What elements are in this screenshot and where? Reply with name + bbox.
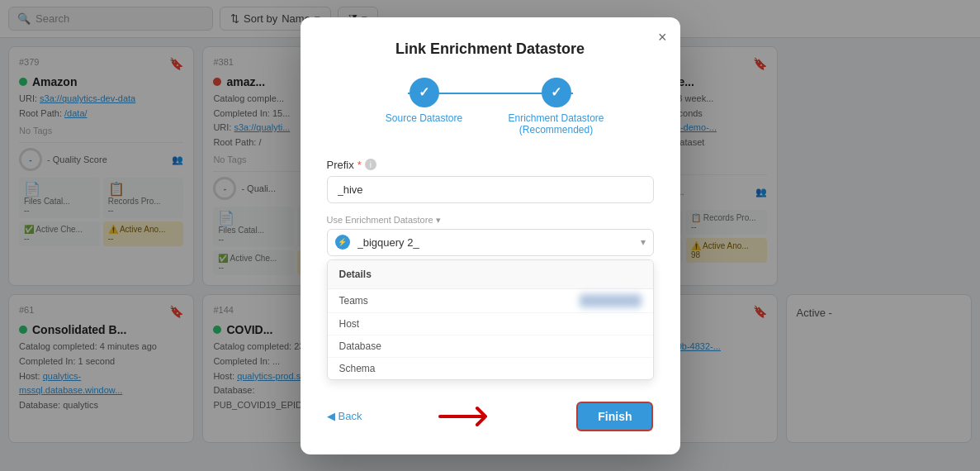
details-schema-row: Schema <box>328 358 653 379</box>
step-enrichment: ✓ Enrichment Datastore(Recommended) <box>490 78 623 136</box>
dropdown-arrow-icon: ▾ <box>641 236 646 248</box>
back-button[interactable]: ◀ Back <box>327 410 362 422</box>
details-schema-label: Schema <box>339 363 376 374</box>
datastore-icon: ⚡ <box>335 235 350 250</box>
use-enrichment-text: Use Enrichment Datastore <box>327 215 433 225</box>
prefix-label-text: Prefix <box>327 159 354 171</box>
step-source: ✓ Source Datastore <box>358 78 490 124</box>
required-star: * <box>357 159 362 171</box>
datastore-input[interactable] <box>327 229 654 256</box>
modal-title: Link Enrichment Datastore <box>327 40 654 58</box>
step-circle-1: ✓ <box>410 78 439 107</box>
details-teams-label: Teams <box>339 295 368 307</box>
step-label-1: Source Datastore <box>386 112 462 124</box>
modal-overlay: × Link Enrichment Datastore ✓ Source Dat… <box>0 0 980 471</box>
modal-close-button[interactable]: × <box>658 29 667 46</box>
modal-stepper: ✓ Source Datastore ✓ Enrichment Datastor… <box>327 78 654 136</box>
info-icon[interactable]: i <box>365 159 376 170</box>
step-circle-2: ✓ <box>542 78 571 107</box>
step-label-2: Enrichment Datastore(Recommended) <box>508 112 604 136</box>
prefix-input[interactable] <box>327 176 654 203</box>
chevron-down-icon-dropdown: ▾ <box>436 215 441 225</box>
finish-arrow-indicator <box>432 402 506 431</box>
details-database-row: Database <box>328 335 653 358</box>
details-teams-value: blurred <box>580 294 641 307</box>
dropdown-details-panel: Details Teams blurred Host Database Sche… <box>327 259 654 380</box>
details-host-label: Host <box>339 318 360 330</box>
finish-button[interactable]: Finish <box>576 402 653 431</box>
details-teams-row: Teams blurred <box>328 289 653 313</box>
datastore-dropdown-container: ⚡ ▾ <box>327 229 654 256</box>
details-database-label: Database <box>339 340 381 352</box>
use-enrichment-label: Use Enrichment Datastore ▾ <box>327 215 654 226</box>
modal-footer: ◀ Back Finish <box>327 393 654 431</box>
prefix-label: Prefix * i <box>327 159 654 171</box>
link-enrichment-modal: × Link Enrichment Datastore ✓ Source Dat… <box>301 17 680 454</box>
back-arrow-icon: ◀ <box>327 410 335 422</box>
details-header: Details <box>328 260 653 289</box>
back-label: Back <box>339 410 362 422</box>
details-host-row: Host <box>328 313 653 335</box>
